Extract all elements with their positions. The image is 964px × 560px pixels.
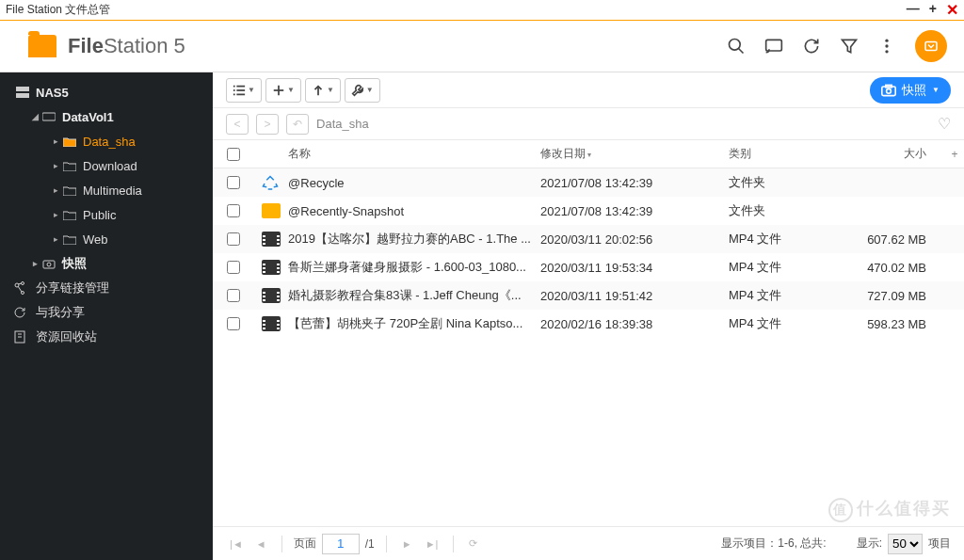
folder-icon — [62, 135, 77, 148]
last-page-button[interactable]: ►| — [422, 538, 442, 550]
window-controls: — + ✕ — [907, 1, 958, 19]
remote-mount-icon[interactable] — [915, 30, 947, 62]
app-header: FileStation 5 — [0, 21, 964, 72]
expand-icon[interactable]: ▸ — [51, 161, 60, 170]
svg-point-5 — [885, 44, 888, 47]
folder-icon — [262, 203, 281, 218]
svg-rect-21 — [233, 85, 235, 87]
refresh-page-button[interactable]: ⟳ — [465, 537, 481, 550]
file-list: 名称 修改日期▾ 类别 大小 + @Recycle2021/07/08 13:4… — [213, 140, 964, 526]
row-checkbox[interactable] — [227, 317, 240, 330]
row-checkbox[interactable] — [227, 232, 240, 246]
sidebar-snapshot[interactable]: ▸ 快照 — [0, 251, 213, 276]
cast-icon[interactable] — [764, 37, 783, 56]
window-titlebar: File Station 文件总管 — + ✕ — [0, 0, 964, 21]
recycle-icon — [262, 175, 281, 190]
minimize-button[interactable]: — — [907, 1, 920, 19]
expand-icon[interactable]: ▸ — [51, 210, 60, 219]
sidebar-folder[interactable]: ▸Web — [0, 227, 213, 251]
col-name[interactable]: 名称 — [288, 146, 540, 162]
file-date: 2020/03/11 20:02:56 — [540, 232, 729, 247]
file-row[interactable]: 鲁斯兰娜身著健身服摄影 - 1.600-03_1080...2020/03/11… — [213, 253, 964, 281]
view-mode-button[interactable]: ▼ — [226, 78, 262, 103]
add-column-button[interactable]: + — [945, 148, 964, 161]
next-page-button[interactable]: ► — [398, 538, 416, 550]
file-date: 2021/07/08 13:42:39 — [540, 176, 729, 190]
file-date: 2021/07/08 13:42:39 — [540, 204, 729, 218]
maximize-button[interactable]: + — [929, 1, 937, 19]
nav-up-button[interactable]: ↶ — [286, 114, 309, 135]
window-title: File Station 文件总管 — [6, 2, 907, 18]
file-name: 鲁斯兰娜身著健身服摄影 - 1.600-03_1080... — [288, 259, 540, 276]
folder-icon — [62, 184, 77, 197]
select-all-checkbox[interactable] — [227, 148, 240, 161]
col-size[interactable]: 大小 — [851, 146, 945, 162]
close-button[interactable]: ✕ — [946, 1, 958, 19]
row-checkbox[interactable] — [227, 204, 240, 217]
sidebar-item[interactable]: 资源回收站 — [0, 325, 213, 349]
path-bar: < > ↶ Data_sha ♡ — [213, 108, 964, 140]
sidebar-folder[interactable]: ▸Data_sha — [0, 129, 213, 153]
folder-icon — [62, 232, 77, 246]
sidebar-folder[interactable]: ▸Public — [0, 202, 213, 227]
file-type: 文件夹 — [729, 202, 851, 219]
collapse-icon[interactable]: ◢ — [30, 112, 40, 121]
file-size: 598.23 MB — [851, 317, 945, 331]
expand-icon[interactable]: ▸ — [51, 136, 60, 146]
sidebar-item[interactable]: 分享链接管理 — [0, 276, 213, 300]
svg-rect-11 — [43, 261, 55, 268]
file-size: 607.62 MB — [851, 232, 945, 247]
create-button[interactable]: ▼ — [265, 78, 301, 103]
nav-forward-button[interactable]: > — [256, 114, 279, 135]
filter-icon[interactable] — [840, 37, 859, 56]
svg-rect-2 — [766, 40, 782, 51]
sidebar-folder[interactable]: ▸Download — [0, 153, 213, 178]
page-label: 页面 — [294, 536, 316, 552]
file-name: @Recently-Snapshot — [288, 204, 540, 218]
sidebar-nas-root[interactable]: NAS5 — [0, 80, 213, 104]
svg-marker-3 — [843, 40, 857, 52]
file-row[interactable]: 2019【达喀尔】越野拉力赛的ABC - 1.The ...2020/03/11… — [213, 225, 964, 253]
upload-button[interactable]: ▼ — [305, 78, 341, 103]
sidebar-item[interactable]: 与我分享 — [0, 300, 213, 325]
sidebar-volume[interactable]: ◢ DataVol1 — [0, 104, 213, 129]
favorite-icon[interactable]: ♡ — [938, 115, 951, 133]
row-checkbox[interactable] — [227, 176, 240, 189]
expand-icon[interactable]: ▸ — [30, 259, 40, 268]
file-row[interactable]: @Recycle2021/07/08 13:42:39文件夹 — [213, 168, 964, 197]
video-icon — [262, 288, 281, 303]
toolbar: ▼ ▼ ▼ ▼ 快照▼ — [213, 72, 964, 108]
col-type[interactable]: 类别 — [729, 146, 851, 162]
svg-rect-7 — [925, 42, 937, 51]
search-icon[interactable] — [727, 37, 746, 56]
refresh-icon[interactable] — [802, 37, 821, 56]
nav-back-button[interactable]: < — [226, 114, 249, 135]
page-total: /1 — [365, 537, 375, 551]
expand-icon[interactable]: ▸ — [51, 185, 60, 195]
file-type: MP4 文件 — [729, 231, 851, 248]
row-checkbox[interactable] — [227, 289, 240, 302]
tools-button[interactable]: ▼ — [345, 78, 380, 103]
file-row[interactable]: @Recently-Snapshot2021/07/08 13:42:39文件夹 — [213, 197, 964, 225]
breadcrumb[interactable]: Data_sha — [316, 117, 369, 131]
first-page-button[interactable]: |◄ — [226, 538, 247, 550]
svg-line-17 — [18, 286, 22, 292]
more-icon[interactable] — [877, 37, 896, 56]
prev-page-button[interactable]: ◄ — [252, 538, 270, 550]
video-icon — [262, 316, 281, 331]
file-name: 【芭蕾】胡桃夹子 720P全剧 Nina Kaptso... — [288, 315, 540, 332]
file-row[interactable]: 婚礼摄影教程合集83课 - 1.Jeff Cheung《...2020/03/1… — [213, 281, 964, 310]
svg-point-6 — [885, 50, 888, 53]
page-input[interactable] — [322, 534, 360, 554]
expand-icon[interactable]: ▸ — [51, 234, 60, 244]
snapshot-button[interactable]: 快照▼ — [870, 77, 951, 104]
file-name: 婚礼摄影教程合集83课 - 1.Jeff Cheung《... — [288, 287, 540, 304]
row-checkbox[interactable] — [227, 261, 240, 274]
file-row[interactable]: 【芭蕾】胡桃夹子 720P全剧 Nina Kaptso...2020/02/16… — [213, 310, 964, 338]
svg-rect-9 — [16, 93, 29, 98]
col-date[interactable]: 修改日期▾ — [540, 146, 729, 162]
sidebar-folder[interactable]: ▸Multimedia — [0, 178, 213, 202]
per-page-select[interactable]: 50 — [888, 534, 923, 554]
items-label: 项目 — [928, 536, 951, 552]
sort-desc-icon: ▾ — [587, 151, 591, 159]
